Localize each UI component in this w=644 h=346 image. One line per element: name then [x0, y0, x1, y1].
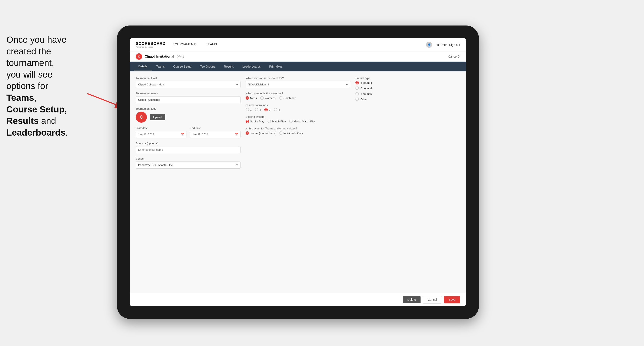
scoring-match[interactable]: Match Play — [268, 120, 286, 123]
format-other[interactable]: Other — [356, 98, 460, 101]
cancel-button[interactable]: Cancel — [423, 296, 442, 304]
scoring-stroke[interactable]: Stroke Play — [246, 120, 264, 123]
format-5count4-label: 5 count 4 — [360, 81, 372, 84]
upload-button[interactable]: Upload — [150, 114, 165, 120]
scoring-medal-match[interactable]: Medal Match Play — [289, 120, 316, 123]
gender-combined-label: Combined — [284, 97, 296, 100]
tournament-title: C Clippd Invitational (Men) — [136, 53, 184, 60]
cancel-tournament-btn[interactable]: Cancel X — [448, 55, 460, 58]
rounds-2[interactable]: 2 — [255, 108, 261, 111]
radio-combined — [279, 96, 282, 100]
tab-tee-groups[interactable]: Tee Groups — [196, 62, 220, 71]
tournament-logo: C — [136, 53, 142, 60]
tab-details[interactable]: Details — [134, 62, 152, 71]
radio-womens — [260, 96, 264, 100]
tournament-host-label: Tournament Host — [136, 76, 240, 80]
logo-preview: C — [136, 112, 147, 123]
nav-links: TOURNAMENTS TEAMS — [173, 42, 217, 47]
bold-results: Results — [6, 116, 39, 126]
teams-radio-group: Teams (+Individuals) Individuals Only — [246, 131, 350, 135]
sponsor-group: Sponsor (optional) — [136, 142, 240, 153]
radio-match-play — [268, 120, 271, 123]
radio-mens — [246, 96, 249, 100]
action-bar: Delete Cancel Save — [130, 293, 466, 306]
format-radio-group: 5 count 4 6 count 4 6 count 5 — [356, 81, 460, 101]
logo-upload-area: C Upload — [136, 112, 240, 123]
delete-button[interactable]: Delete — [403, 296, 420, 303]
radio-round-2 — [255, 108, 258, 111]
user-sign-out[interactable]: Test User | Sign out — [434, 43, 460, 46]
end-date-label: End date — [190, 127, 240, 130]
radio-round-1 — [246, 108, 249, 111]
rounds-4[interactable]: 4 — [274, 108, 280, 111]
instruction-text: Once you have created the tournament, yo… — [0, 30, 98, 143]
tab-results[interactable]: Results — [220, 62, 238, 71]
format-type-group: Format type 5 count 4 6 count 4 — [356, 76, 460, 101]
division-select[interactable]: NCAA Division III — [246, 81, 350, 88]
rounds-3-label: 3 — [269, 108, 270, 111]
tab-teams[interactable]: Teams — [152, 62, 169, 71]
tournament-host-select[interactable]: Clippd College - Men — [136, 81, 240, 88]
nav-tournaments[interactable]: TOURNAMENTS — [173, 42, 198, 47]
gender-mens[interactable]: Mens — [246, 96, 257, 100]
gender-label: Which gender is the event for? — [246, 92, 350, 95]
tab-leaderboards[interactable]: Leaderboards — [238, 62, 265, 71]
logo-area: SCOREBOARD Powered by clippd — [136, 41, 166, 48]
format-5count4[interactable]: 5 count 4 — [356, 81, 460, 84]
format-other-label: Other — [360, 98, 368, 101]
sponsor-input[interactable] — [136, 146, 240, 153]
tab-printables[interactable]: Printables — [265, 62, 287, 71]
format-6count4[interactable]: 6 count 4 — [356, 86, 460, 90]
tournament-name-label: Tournament name — [136, 92, 240, 95]
start-date-group: Start date Jan 21, 2024 📅 — [136, 127, 186, 138]
gender-womens[interactable]: Womens — [260, 96, 276, 100]
individuals-only[interactable]: Individuals Only — [279, 131, 303, 135]
radio-medal-match — [289, 120, 293, 123]
form-grid: Tournament Host Clippd College - Men Tou… — [136, 76, 460, 169]
top-nav: SCOREBOARD Powered by clippd TOURNAMENTS… — [130, 38, 466, 51]
scoring-group: Scoring system Stroke Play Match Play — [246, 115, 350, 123]
tournament-name-input[interactable] — [136, 96, 240, 103]
date-row: Start date Jan 21, 2024 📅 End date Jan 2… — [136, 127, 240, 138]
radio-6count5 — [356, 92, 359, 95]
start-date-input[interactable]: Jan 21, 2024 📅 — [136, 131, 186, 138]
division-label: Which division is the event for? — [246, 76, 350, 80]
rounds-4-label: 4 — [278, 108, 280, 111]
tournament-badge: (Men) — [177, 55, 184, 58]
division-group: Which division is the event for? NCAA Di… — [246, 76, 350, 88]
format-6count5-label: 6 count 5 — [360, 92, 372, 95]
logo-sub: Powered by clippd — [136, 46, 166, 48]
save-button[interactable]: Save — [444, 296, 460, 303]
gender-combined[interactable]: Combined — [279, 96, 296, 100]
nav-right: 👤 Test User | Sign out — [426, 42, 460, 48]
individuals-only-label: Individuals Only — [284, 132, 303, 135]
rounds-3[interactable]: 3 — [264, 108, 270, 111]
scoring-match-label: Match Play — [272, 120, 286, 123]
logo-text: SCOREBOARD — [136, 41, 166, 46]
venue-select[interactable]: Peachtree GC - Atlanta - GA — [136, 162, 240, 169]
tablet-screen: SCOREBOARD Powered by clippd TOURNAMENTS… — [130, 38, 466, 306]
rounds-2-label: 2 — [260, 108, 261, 111]
radio-individuals-only — [279, 131, 282, 135]
rounds-1[interactable]: 1 — [246, 108, 252, 111]
scoring-radio-group: Stroke Play Match Play Medal Match Play — [246, 120, 350, 123]
format-type-label: Format type — [356, 76, 460, 80]
format-6count5[interactable]: 6 count 5 — [356, 92, 460, 95]
bold-course-setup: Course Setup, — [6, 104, 67, 114]
gender-radio-group: Mens Womens Combined — [246, 96, 350, 100]
radio-stroke-play — [246, 120, 249, 123]
tab-bar: Details Teams Course Setup Tee Groups Re… — [130, 62, 466, 71]
form-right-section: Format type 5 count 4 6 count 4 — [356, 76, 460, 101]
gender-mens-label: Mens — [250, 97, 257, 100]
teams-plus-individuals[interactable]: Teams (+Individuals) — [246, 131, 276, 135]
tournament-name: Clippd Invitational — [145, 55, 174, 58]
tab-course-setup[interactable]: Course Setup — [169, 62, 196, 71]
scoring-medal-match-label: Medal Match Play — [294, 120, 316, 123]
bold-teams: Teams — [6, 93, 34, 103]
rounds-group: Number of rounds 1 2 — [246, 104, 350, 111]
nav-teams[interactable]: TEAMS — [206, 42, 217, 47]
rounds-1-label: 1 — [250, 108, 252, 111]
teams-label-teams: Teams (+Individuals) — [250, 132, 276, 135]
venue-label: Venue — [136, 157, 240, 160]
end-date-input[interactable]: Jan 23, 2024 📅 — [190, 131, 240, 138]
